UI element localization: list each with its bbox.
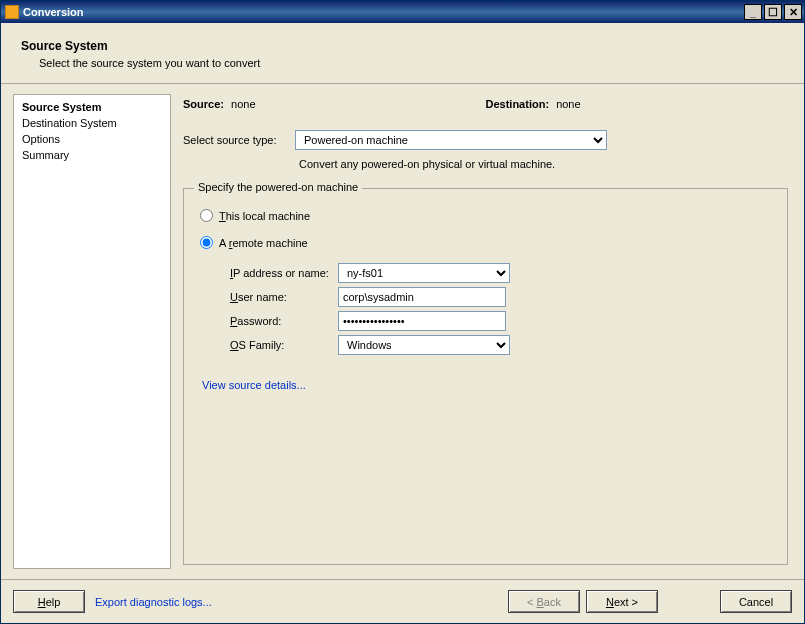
source-destination-row: Source: none Destination: none [179,94,792,120]
minimize-icon: _ [750,7,756,18]
help-button[interactable]: Help [13,590,85,613]
body-area: Source System Destination System Options… [1,84,804,579]
source-type-helper: Convert any powered-on physical or virtu… [295,154,792,170]
radio-local-label: This local machine [219,210,310,222]
username-label: User name: [230,291,338,303]
page-title: Source System [21,39,784,53]
titlebar: Conversion _ ☐ ✕ [1,1,804,23]
sidebar-item-summary[interactable]: Summary [22,147,162,163]
destination-status: Destination: none [486,98,789,110]
specify-machine-fieldset: Specify the powered-on machine This loca… [183,188,788,565]
radio-remote-machine[interactable] [200,236,213,249]
wizard-sidebar: Source System Destination System Options… [13,94,171,569]
next-button[interactable]: Next > [586,590,658,613]
password-input[interactable] [338,311,506,331]
source-type-row: Select source type: Powered-on machine [179,120,792,154]
close-icon: ✕ [789,7,798,18]
sidebar-item-options[interactable]: Options [22,131,162,147]
username-row: User name: [230,287,771,307]
remote-machine-form: IP address or name: ny-fs01 User name: P… [230,263,771,355]
sidebar-item-label: Summary [22,149,69,161]
footer-right: < Back Next > Cancel [508,590,792,613]
main-panel: Source: none Destination: none Select so… [179,94,792,569]
maximize-button[interactable]: ☐ [764,4,782,20]
ip-address-combo[interactable]: ny-fs01 [338,263,510,283]
fieldset-legend: Specify the powered-on machine [194,181,362,193]
window-title: Conversion [23,6,742,18]
os-family-select[interactable]: Windows [338,335,510,355]
titlebar-buttons: _ ☐ ✕ [742,4,802,20]
sidebar-item-destination-system[interactable]: Destination System [22,115,162,131]
cancel-button[interactable]: Cancel [720,590,792,613]
app-icon [5,5,19,19]
radio-remote-row[interactable]: A remote machine [200,236,771,249]
maximize-icon: ☐ [768,7,778,18]
radio-remote-label: A remote machine [219,237,308,249]
radio-local-machine[interactable] [200,209,213,222]
page-description: Select the source system you want to con… [39,57,784,69]
footer-left: Help Export diagnostic logs... [13,590,212,613]
export-logs-link[interactable]: Export diagnostic logs... [95,596,212,608]
destination-value: none [556,98,580,110]
ip-row: IP address or name: ny-fs01 [230,263,771,283]
footer: Help Export diagnostic logs... < Back Ne… [1,579,804,623]
sidebar-item-label: Destination System [22,117,117,129]
conversion-window: Conversion _ ☐ ✕ Source System Select th… [0,0,805,624]
os-family-row: OS Family: Windows [230,335,771,355]
header-area: Source System Select the source system y… [1,23,804,84]
password-row: Password: [230,311,771,331]
close-button[interactable]: ✕ [784,4,802,20]
username-input[interactable] [338,287,506,307]
source-value: none [231,98,255,110]
back-button[interactable]: < Back [508,590,580,613]
source-type-label: Select source type: [183,134,295,146]
source-type-select[interactable]: Powered-on machine [295,130,607,150]
minimize-button[interactable]: _ [744,4,762,20]
radio-local-row[interactable]: This local machine [200,209,771,222]
source-label: Source: [183,98,224,110]
destination-label: Destination: [486,98,550,110]
view-source-details-link[interactable]: View source details... [202,379,306,391]
password-label: Password: [230,315,338,327]
sidebar-item-source-system[interactable]: Source System [22,99,162,115]
ip-label: IP address or name: [230,267,338,279]
source-status: Source: none [183,98,486,110]
sidebar-item-label: Source System [22,101,101,113]
sidebar-item-label: Options [22,133,60,145]
os-family-label: OS Family: [230,339,338,351]
